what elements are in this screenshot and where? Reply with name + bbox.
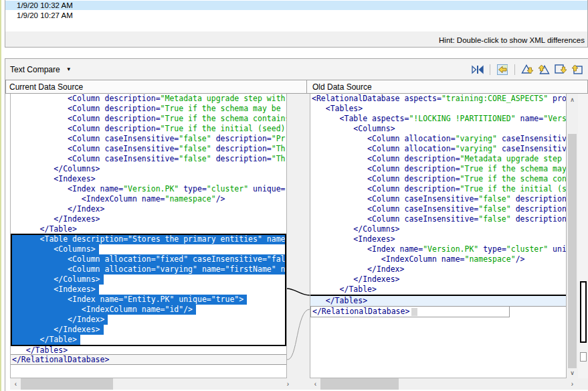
compare-window: 1/9/20 10:32 AM1/9/20 10:27 AM Hint: Dou…	[0, 0, 588, 391]
code-line[interactable]: <Indexes>	[12, 174, 286, 184]
right-code: <RelationalDatabase aspects="training:CO…	[310, 94, 566, 317]
code-line[interactable]: </Indexes>	[12, 214, 286, 224]
left-editor[interactable]: <Column description="Metadata upgrade st…	[10, 94, 287, 378]
hint-text: Hint: Double-click to show XML differenc…	[439, 36, 585, 44]
code-line[interactable]: <Column description="Metadata upgrade st…	[12, 94, 286, 104]
selection-end-marker	[411, 308, 417, 316]
code-line[interactable]: </Table>	[12, 224, 286, 234]
scrollbar-gap	[294, 378, 310, 390]
code-line[interactable]: <Column description="True if the initial…	[12, 124, 286, 134]
code-line[interactable]: <Column description="Metadata upgrade st…	[312, 154, 566, 164]
code-line[interactable]: </Columns>	[12, 275, 286, 285]
copy-right-to-left-icon[interactable]	[495, 64, 510, 76]
code-line[interactable]: <Indexes>	[312, 234, 566, 244]
code-line[interactable]: <Column caseInsensitive="false" descript…	[312, 204, 566, 214]
code-line[interactable]: <Column caseInsensitive="false" descript…	[312, 194, 566, 204]
horizontal-scrollbar-row: ‹ › ‹ ›	[5, 378, 588, 391]
right-pane-header: Old Data Source	[307, 80, 588, 94]
previous-change-icon[interactable]	[570, 64, 585, 76]
next-change-icon[interactable]	[553, 64, 568, 76]
code-line[interactable]: <IndexColumn name="namespace"/>	[12, 194, 286, 204]
code-line[interactable]: <Column caseInsensitive="false" descript…	[12, 134, 286, 144]
code-line[interactable]: <Column allocation="fixed" caseInsensiti…	[12, 254, 286, 264]
scrollbar-corner	[578, 378, 588, 390]
code-line[interactable]: <Column description="True if the schema …	[12, 114, 286, 124]
vertical-scroll-thumb[interactable]	[568, 134, 577, 368]
right-horizontal-scrollbar[interactable]: ‹ ›	[310, 378, 578, 390]
diff-connector-gutter	[287, 94, 310, 378]
toolbar-separator	[514, 64, 515, 75]
window-accent-strip	[0, 0, 1, 391]
code-line[interactable]: <Index name="Version.PK" type="cluster" …	[12, 184, 286, 194]
left-horizontal-scrollbar[interactable]: ‹ ›	[10, 378, 294, 390]
right-editor[interactable]: <RelationalDatabase aspects="training:CO…	[310, 94, 567, 378]
pane-headers: Current Data Source Old Data Source	[5, 80, 588, 94]
scroll-right-icon[interactable]: ›	[567, 378, 578, 390]
code-line[interactable]: </RelationalDatabase>	[310, 307, 510, 317]
code-line[interactable]: <Columns>	[12, 244, 286, 254]
left-horizontal-scroll-thumb[interactable]	[21, 378, 113, 390]
code-line[interactable]: </Index>	[12, 315, 286, 325]
compare-content: <Column description="Metadata upgrade st…	[5, 94, 588, 378]
compare-mode-label: Text Compare	[10, 65, 60, 74]
code-line[interactable]: </RelationalDatabase>	[11, 355, 286, 365]
code-line[interactable]: <Column allocation="varying" caseInsensi…	[312, 134, 566, 144]
left-pane-title: Current Data Source	[9, 82, 83, 92]
right-vertical-scrollbar[interactable]: ∧ ∨	[567, 94, 578, 378]
code-line[interactable]: <Tables>	[312, 104, 566, 114]
compare-mode-dropdown[interactable]: Text Compare ▼	[10, 65, 72, 74]
code-line[interactable]: <Column caseInsensitive="false" descript…	[12, 144, 286, 154]
code-line[interactable]: <Table description="Stores the primary e…	[12, 234, 286, 244]
swap-left-right-icon[interactable]	[470, 64, 485, 76]
history-panel: 1/9/20 10:32 AM1/9/20 10:27 AM Hint: Dou…	[5, 0, 588, 48]
code-line[interactable]: <Indexes>	[12, 285, 286, 295]
code-line[interactable]: <Column description="True if the initial…	[312, 184, 566, 194]
code-line[interactable]: <Column allocation="varying" caseInsensi…	[312, 144, 566, 154]
scroll-left-icon[interactable]: ‹	[310, 378, 321, 390]
overview-selected-diff-marker[interactable]	[580, 281, 587, 343]
scroll-down-icon[interactable]: ∨	[567, 367, 578, 378]
code-line[interactable]: </Table>	[12, 335, 286, 345]
code-line[interactable]: <Index name="Entity.PK" unique="true">	[12, 295, 286, 305]
code-line[interactable]: <IndexColumn name="namespace"/>	[312, 254, 566, 264]
code-line[interactable]: <Column allocation="varying" name="first…	[12, 264, 286, 275]
code-line[interactable]: <IndexColumn name="id"/>	[12, 305, 286, 315]
code-line[interactable]: </Index>	[312, 264, 566, 275]
history-rows: 1/9/20 10:32 AM1/9/20 10:27 AM	[5, 1, 587, 20]
code-line[interactable]: <Column description="True if the schema …	[12, 104, 286, 114]
diff-connectors	[287, 94, 310, 379]
code-line[interactable]: </Table>	[312, 285, 566, 295]
code-line[interactable]: <Column caseInsensitive="false" descript…	[312, 214, 566, 224]
code-line[interactable]: </Indexes>	[12, 325, 286, 335]
left-code: <Column description="Metadata upgrade st…	[11, 94, 286, 365]
toolbar-buttons	[470, 64, 585, 76]
overview-diff-marker[interactable]	[580, 352, 587, 362]
code-line[interactable]: </Indexes>	[312, 275, 566, 285]
history-row[interactable]: 1/9/20 10:32 AM	[5, 1, 587, 10]
code-line[interactable]: </Tables>	[310, 295, 566, 307]
next-difference-icon[interactable]	[520, 64, 534, 76]
compare-editor: Text Compare ▼	[5, 58, 588, 391]
code-line[interactable]: </Columns>	[312, 224, 566, 234]
code-line[interactable]: <Table aspects="!LOCKING !PARTITIONED" n…	[312, 114, 566, 124]
code-line[interactable]: <Column caseInsensitive="false" descript…	[12, 154, 286, 164]
scroll-right-icon[interactable]: ›	[282, 378, 294, 390]
scroll-up-icon[interactable]: ∧	[567, 94, 578, 105]
code-line[interactable]: </Tables>	[11, 345, 286, 355]
right-horizontal-scroll-thumb[interactable]	[320, 378, 399, 390]
code-line[interactable]: </Index>	[12, 204, 286, 214]
code-line[interactable]: <Index name="Version.PK" type="cluster" …	[312, 244, 566, 254]
previous-difference-icon[interactable]	[536, 64, 551, 76]
compare-toolbar: Text Compare ▼	[5, 59, 588, 80]
scroll-left-icon[interactable]: ‹	[10, 378, 21, 390]
history-row[interactable]: 1/9/20 10:27 AM	[5, 11, 587, 20]
left-pane-header: Current Data Source	[5, 80, 307, 94]
code-line[interactable]: <Column description="True if the schema …	[312, 174, 566, 184]
code-line[interactable]: <RelationalDatabase aspects="training:CO…	[312, 94, 566, 104]
diff-overview-ruler[interactable]	[578, 94, 588, 378]
code-line[interactable]: <Columns>	[312, 124, 566, 134]
toolbar-separator	[490, 64, 490, 75]
right-pane-title: Old Data Source	[312, 82, 372, 92]
code-line[interactable]: </Columns>	[12, 164, 286, 174]
code-line[interactable]: <Column description="True if the schema …	[312, 164, 566, 174]
